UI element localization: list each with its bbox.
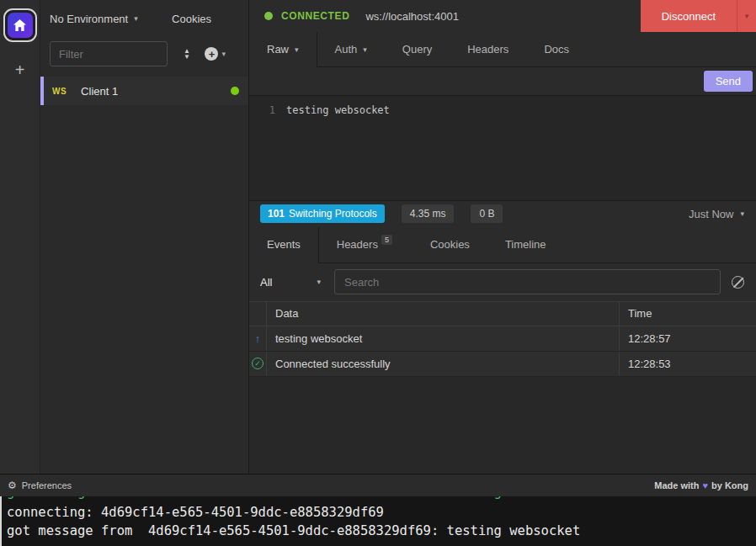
editor-content: testing websocket — [286, 103, 390, 118]
response-status-bar: 101 Switching Protocols 4.35 ms 0 B Just… — [249, 200, 756, 227]
send-row: Send — [249, 67, 756, 95]
event-time: 12:28:57 — [620, 326, 756, 351]
tab-response-cookies[interactable]: Cookies — [413, 227, 487, 262]
preferences-button[interactable]: ⚙ Preferences — [8, 480, 72, 491]
home-icon — [8, 13, 33, 38]
environment-dropdown[interactable]: No Environment ▾ — [50, 13, 138, 25]
kong-credit: Made with ♥ by Kong — [654, 480, 748, 490]
clear-events-icon[interactable] — [732, 276, 744, 289]
table-header-row: Data Time — [249, 301, 756, 326]
terminal-window[interactable]: got message from 4d69cf14-e565-4501-9ddc… — [0, 496, 756, 546]
event-data: testing websocket — [267, 326, 620, 351]
icon-column-header — [249, 302, 267, 326]
tab-docs[interactable]: Docs — [526, 32, 587, 66]
sidebar: No Environment ▾ Cookies ▲▼ + ▾ WS Clien… — [40, 0, 248, 474]
disconnect-button[interactable]: Disconnect — [641, 0, 737, 32]
chevron-down-icon: ▾ — [740, 209, 744, 218]
app-window: + No Environment ▾ Cookies ▲▼ + ▾ WS — [0, 0, 756, 546]
sidebar-header: No Environment ▾ Cookies — [40, 0, 248, 37]
tab-raw[interactable]: Raw ▾ — [249, 32, 317, 66]
gear-icon: ⚙ — [8, 480, 17, 491]
environment-label: No Environment — [50, 13, 128, 25]
activity-rail: + — [0, 0, 40, 474]
events-search-input[interactable] — [334, 269, 721, 294]
headers-count-badge: 5 — [381, 235, 392, 245]
ws-method-badge: WS — [52, 87, 67, 96]
tab-response-headers[interactable]: Headers 5 — [319, 227, 413, 262]
tab-events[interactable]: Events — [249, 227, 319, 262]
connection-status: CONNECTED — [281, 10, 349, 22]
status-badge: 101 Switching Protocols — [260, 204, 385, 223]
data-column-header: Data — [267, 302, 620, 326]
time-column-header: Time — [620, 302, 756, 326]
chevron-down-icon: ▾ — [221, 50, 226, 58]
cookies-button[interactable]: Cookies — [172, 13, 211, 25]
sort-icon[interactable]: ▲▼ — [184, 48, 190, 60]
disconnect-button-group: Disconnect ▾ — [641, 0, 756, 32]
terminal-clipped-line: got message from 4d69cf14-e565-4501-9ddc… — [7, 496, 756, 503]
tab-query[interactable]: Query — [385, 32, 450, 66]
send-button[interactable]: Send — [704, 71, 753, 92]
request-tabbar: Raw ▾ Auth ▾ Query Headers Docs — [249, 32, 756, 67]
tab-headers[interactable]: Headers — [450, 32, 526, 66]
new-project-button[interactable]: + — [15, 61, 25, 80]
main-panel: CONNECTED ws://localhost:4001 Disconnect… — [248, 0, 756, 474]
heart-icon: ♥ — [702, 480, 708, 490]
events-table: Data Time ↑ testing websocket 12:28:57 ✓… — [249, 301, 756, 377]
connected-dot-icon — [264, 12, 273, 20]
history-dropdown[interactable]: Just Now ▾ — [689, 208, 744, 220]
event-data: Connected successfully — [267, 352, 620, 376]
websocket-url[interactable]: ws://localhost:4001 — [365, 10, 459, 23]
connected-check-icon: ✓ — [252, 358, 264, 369]
chevron-down-icon: ▾ — [134, 14, 138, 23]
workspace: + No Environment ▾ Cookies ▲▼ + ▾ WS — [0, 0, 756, 474]
event-type-select[interactable]: All ▾ — [260, 276, 326, 289]
app-statusbar: ⚙ Preferences Made with ♥ by Kong — [0, 474, 756, 496]
chevron-down-icon: ▾ — [295, 45, 299, 54]
line-number: 1 — [249, 103, 286, 118]
table-row[interactable]: ✓ Connected successfully 12:28:53 — [249, 352, 756, 377]
message-editor[interactable]: 1 testing websocket — [249, 95, 756, 200]
connection-status-dot — [231, 87, 239, 95]
response-tabbar: Events Headers 5 Cookies Timeline — [249, 227, 756, 263]
client-name: Client 1 — [81, 85, 118, 98]
home-button[interactable] — [3, 8, 37, 42]
terminal-line: got message from 4d69cf14-e565-4501-9ddc… — [7, 522, 756, 540]
sent-arrow-up-icon: ↑ — [255, 332, 261, 345]
event-time: 12:28:53 — [620, 352, 756, 376]
terminal-line: connecting: 4d69cf14-e565-4501-9ddc-e885… — [7, 503, 756, 522]
tab-auth[interactable]: Auth ▾ — [317, 32, 385, 66]
disconnect-dropdown[interactable]: ▾ — [737, 0, 756, 32]
tab-timeline[interactable]: Timeline — [487, 227, 564, 262]
events-filter-row: All ▾ — [249, 263, 756, 301]
chevron-down-icon: ▾ — [317, 278, 321, 286]
table-row[interactable]: ↑ testing websocket 12:28:57 — [249, 326, 756, 352]
connection-bar: CONNECTED ws://localhost:4001 Disconnect… — [249, 0, 756, 32]
response-empty-area — [249, 377, 756, 474]
sidebar-filter-input[interactable] — [50, 41, 168, 66]
sidebar-filter-row: ▲▼ + ▾ — [40, 37, 248, 71]
response-time: 4.35 ms — [402, 204, 455, 223]
response-size: 0 B — [471, 204, 503, 223]
chevron-down-icon: ▾ — [363, 45, 367, 54]
add-request-button[interactable]: + ▾ — [205, 47, 226, 61]
sidebar-item-client-1[interactable]: WS Client 1 — [40, 77, 248, 105]
plus-circle-icon: + — [205, 47, 218, 61]
editor-line: 1 testing websocket — [249, 103, 756, 118]
